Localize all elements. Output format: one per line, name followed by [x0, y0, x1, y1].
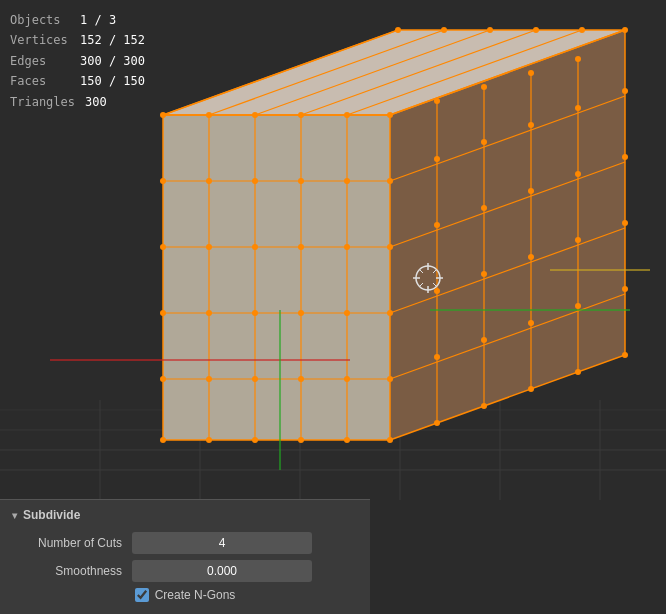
svg-point-113: [395, 27, 401, 33]
svg-point-87: [622, 352, 628, 358]
svg-point-112: [622, 27, 628, 33]
svg-point-81: [344, 437, 350, 443]
svg-point-49: [252, 112, 258, 118]
svg-point-97: [622, 220, 628, 226]
create-ngons-checkbox[interactable]: [135, 588, 149, 602]
svg-point-50: [298, 112, 304, 118]
svg-point-116: [533, 27, 539, 33]
vertices-value: 152 / 152: [80, 30, 145, 50]
svg-point-115: [487, 27, 493, 33]
svg-point-114: [441, 27, 447, 33]
number-of-cuts-row: Number of Cuts: [12, 532, 358, 554]
svg-point-68: [298, 310, 304, 316]
panel-header: ▾ Subdivide: [12, 508, 358, 522]
svg-point-78: [206, 437, 212, 443]
svg-point-84: [481, 403, 487, 409]
svg-point-106: [575, 105, 581, 111]
svg-point-53: [160, 178, 166, 184]
svg-point-108: [434, 98, 440, 104]
svg-point-48: [206, 112, 212, 118]
svg-point-91: [575, 303, 581, 309]
svg-point-65: [160, 310, 166, 316]
svg-point-80: [298, 437, 304, 443]
faces-value: 150 / 150: [80, 71, 145, 91]
svg-point-94: [481, 271, 487, 277]
svg-point-85: [528, 386, 534, 392]
svg-point-88: [434, 354, 440, 360]
create-ngons-row: Create N-Gons: [12, 588, 358, 602]
svg-point-60: [206, 244, 212, 250]
svg-point-72: [206, 376, 212, 382]
svg-point-98: [434, 222, 440, 228]
svg-point-89: [481, 337, 487, 343]
svg-point-54: [206, 178, 212, 184]
svg-point-101: [575, 171, 581, 177]
svg-point-55: [252, 178, 258, 184]
objects-label: Objects: [10, 10, 70, 30]
svg-marker-10: [163, 115, 390, 440]
svg-point-66: [206, 310, 212, 316]
svg-point-109: [481, 84, 487, 90]
svg-point-110: [528, 70, 534, 76]
svg-point-62: [298, 244, 304, 250]
svg-point-73: [252, 376, 258, 382]
create-ngons-label: Create N-Gons: [155, 588, 236, 602]
svg-point-47: [160, 112, 166, 118]
svg-point-117: [579, 27, 585, 33]
svg-point-56: [298, 178, 304, 184]
objects-value: 1 / 3: [80, 10, 116, 30]
smoothness-input[interactable]: [132, 560, 312, 582]
svg-point-111: [575, 56, 581, 62]
viewport[interactable]: Objects 1 / 3 Vertices 152 / 152 Edges 3…: [0, 0, 666, 614]
svg-point-70: [387, 310, 393, 316]
svg-point-67: [252, 310, 258, 316]
svg-point-52: [387, 112, 393, 118]
smoothness-row: Smoothness: [12, 560, 358, 582]
svg-point-105: [528, 122, 534, 128]
svg-point-92: [622, 286, 628, 292]
svg-point-104: [481, 139, 487, 145]
svg-point-107: [622, 88, 628, 94]
svg-point-61: [252, 244, 258, 250]
svg-point-77: [160, 437, 166, 443]
svg-point-96: [575, 237, 581, 243]
svg-point-86: [575, 369, 581, 375]
svg-point-76: [387, 376, 393, 382]
svg-point-64: [387, 244, 393, 250]
svg-point-57: [344, 178, 350, 184]
svg-point-63: [344, 244, 350, 250]
svg-point-102: [622, 154, 628, 160]
panel-title: Subdivide: [23, 508, 80, 522]
faces-label: Faces: [10, 71, 70, 91]
svg-point-69: [344, 310, 350, 316]
svg-point-99: [481, 205, 487, 211]
svg-point-103: [434, 156, 440, 162]
svg-point-83: [434, 420, 440, 426]
svg-point-75: [344, 376, 350, 382]
triangles-label: Triangles: [10, 92, 75, 112]
chevron-icon: ▾: [12, 510, 17, 521]
triangles-value: 300: [85, 92, 107, 112]
smoothness-label: Smoothness: [12, 564, 132, 578]
vertices-label: Vertices: [10, 30, 70, 50]
svg-point-74: [298, 376, 304, 382]
number-of-cuts-input[interactable]: [132, 532, 312, 554]
stats-overlay: Objects 1 / 3 Vertices 152 / 152 Edges 3…: [10, 10, 145, 112]
svg-point-82: [387, 437, 393, 443]
subdivide-panel: ▾ Subdivide Number of Cuts Smoothness Cr…: [0, 499, 370, 614]
svg-point-90: [528, 320, 534, 326]
edges-label: Edges: [10, 51, 70, 71]
svg-point-58: [387, 178, 393, 184]
svg-point-51: [344, 112, 350, 118]
svg-point-59: [160, 244, 166, 250]
svg-point-95: [528, 254, 534, 260]
svg-point-93: [434, 288, 440, 294]
svg-point-71: [160, 376, 166, 382]
edges-value: 300 / 300: [80, 51, 145, 71]
svg-point-79: [252, 437, 258, 443]
svg-point-100: [528, 188, 534, 194]
number-of-cuts-label: Number of Cuts: [12, 536, 132, 550]
